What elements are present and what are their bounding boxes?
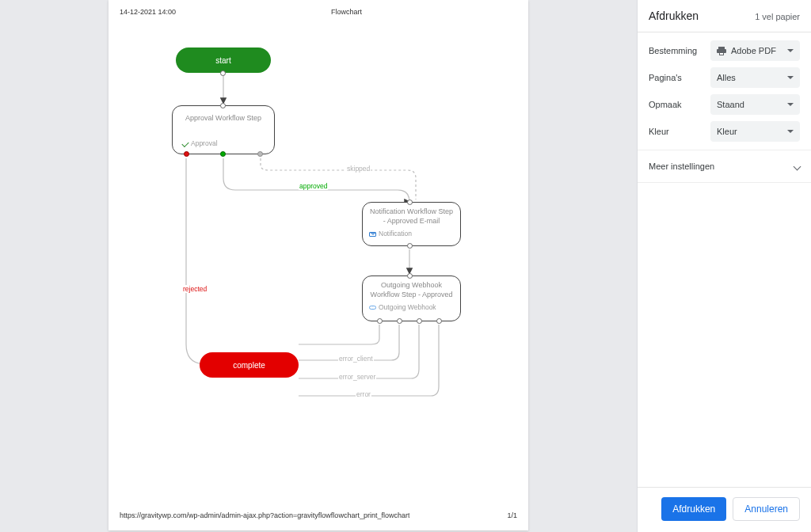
edge-label-skipped: skipped: [346, 165, 371, 173]
node-webhook-title: Outgoing Webhook Workflow Step - Approve…: [363, 276, 460, 301]
select-destination-value: Adobe PDF: [731, 46, 776, 55]
node-approval-sub: Approval: [177, 127, 269, 148]
more-settings-label: Meer instellingen: [649, 162, 714, 171]
row-layout: Opmaak Staand: [638, 91, 811, 118]
preview-pane: 14-12-2021 14:00 Flowchart: [0, 0, 637, 532]
divider: [638, 32, 811, 32]
chevron-down-icon: [794, 162, 801, 170]
mail-icon: [369, 232, 376, 237]
page-footer: https://gravitywp.com/wp-admin/admin-aja…: [120, 511, 517, 519]
chevron-down-icon: [787, 103, 794, 106]
select-color-value: Kleur: [717, 127, 737, 136]
page-timestamp: 14-12-2021 14:00: [120, 8, 176, 16]
print-button-label: Afdrukken: [672, 504, 715, 515]
edge-label-error: error: [356, 390, 371, 398]
edge-label-rejected: rejected: [182, 285, 208, 293]
edge-label-error-server: error_server: [338, 373, 376, 381]
chevron-down-icon: [787, 49, 794, 52]
select-color[interactable]: Kleur: [710, 121, 800, 142]
cancel-button[interactable]: Annuleren: [733, 497, 800, 521]
print-title: Afdrukken: [649, 10, 699, 22]
node-approval-title: Approval Workflow Step: [177, 109, 269, 127]
node-webhook: Outgoing Webhook Workflow Step - Approve…: [362, 276, 461, 321]
node-approval: Approval Workflow Step Approval: [172, 105, 275, 154]
chevron-down-icon: [787, 130, 794, 133]
page-footer-page: 1/1: [507, 511, 517, 519]
node-notification: Notification Workflow Step - Approved E-…: [362, 202, 461, 246]
label-destination: Bestemming: [649, 46, 704, 55]
sheet-count: 1 vel papier: [755, 12, 800, 21]
link-icon: [369, 306, 376, 310]
node-complete-label: complete: [233, 360, 265, 370]
edge-label-error-client: error_client: [338, 355, 374, 363]
node-webhook-sub: Outgoing Webhook: [363, 301, 460, 314]
page-header: 14-12-2021 14:00 Flowchart: [120, 8, 517, 16]
select-layout[interactable]: Staand: [710, 94, 800, 115]
select-layout-value: Staand: [717, 100, 744, 109]
print-button[interactable]: Afdrukken: [661, 497, 726, 521]
spacer: [638, 183, 811, 487]
node-start: start: [176, 48, 271, 73]
more-settings[interactable]: Meer instellingen: [638, 150, 811, 183]
select-pages[interactable]: Alles: [710, 67, 800, 88]
page-title: Flowchart: [331, 8, 362, 16]
printer-icon: [717, 47, 726, 55]
app-root: 14-12-2021 14:00 Flowchart: [0, 0, 811, 532]
page-footer-url: https://gravitywp.com/wp-admin/admin-aja…: [120, 511, 409, 519]
print-actions: Afdrukken Annuleren: [638, 487, 811, 532]
row-destination: Bestemming Adobe PDF: [638, 37, 811, 64]
flowchart-edges: [109, 24, 528, 507]
label-pages: Pagina's: [649, 73, 704, 82]
print-header: Afdrukken 1 vel papier: [638, 0, 811, 30]
label-layout: Opmaak: [649, 100, 704, 109]
node-notification-sub: Notification: [363, 227, 460, 240]
chevron-down-icon: [787, 76, 794, 79]
edge-label-approved: approved: [299, 182, 328, 190]
node-complete: complete: [200, 352, 299, 378]
flowchart-canvas: rejected approved skipped error_client e…: [109, 24, 528, 507]
print-panel: Afdrukken 1 vel papier Bestemming Adobe …: [637, 0, 811, 532]
row-color: Kleur Kleur: [638, 118, 811, 145]
node-start-label: start: [215, 55, 230, 66]
label-color: Kleur: [649, 127, 704, 136]
cancel-button-label: Annuleren: [744, 504, 788, 515]
node-webhook-sub-label: Outgoing Webhook: [379, 303, 436, 312]
page-preview: 14-12-2021 14:00 Flowchart: [109, 0, 528, 530]
node-approval-sub-label: Approval: [191, 139, 218, 148]
select-pages-value: Alles: [717, 73, 736, 82]
select-destination[interactable]: Adobe PDF: [710, 40, 800, 61]
check-icon: [181, 140, 188, 147]
row-pages: Pagina's Alles: [638, 64, 811, 91]
node-notification-title: Notification Workflow Step - Approved E-…: [363, 203, 460, 227]
node-notification-sub-label: Notification: [379, 230, 412, 238]
